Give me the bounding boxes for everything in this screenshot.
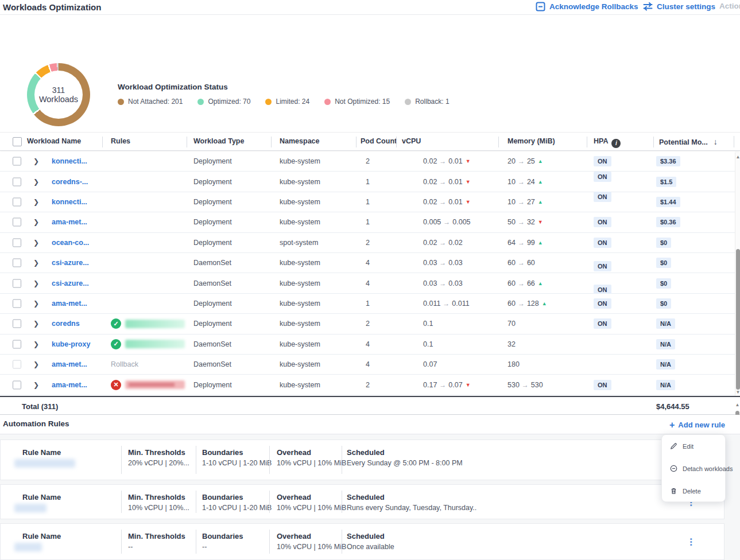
donut-center: 311 Workloads <box>34 71 83 119</box>
rule-actions-kebab-icon[interactable]: ▪▪▪ <box>688 538 694 546</box>
menu-item-delete-label: Delete <box>683 488 701 495</box>
expand-chevron-icon[interactable]: ❯ <box>33 157 39 165</box>
vcpu-value: 0.03→0.03 <box>423 279 463 287</box>
col-namespace[interactable]: Namespace <box>280 137 320 145</box>
expand-chevron-icon[interactable]: ❯ <box>33 178 39 186</box>
col-memory[interactable]: Memory (MiB) <box>507 137 555 145</box>
col-pod-count[interactable]: Pod Count <box>361 137 397 145</box>
arrow-right-icon: → <box>441 218 452 226</box>
automation-rule-card: Rule NameMin. Thresholds10% vCPU | 10%..… <box>0 484 724 519</box>
col-potential[interactable]: Potential Mo...↓ <box>659 137 718 146</box>
row-checkbox[interactable] <box>13 360 21 369</box>
workload-name-link[interactable]: ama-met... <box>52 218 87 226</box>
row-checkbox[interactable] <box>13 300 21 308</box>
row-checkbox[interactable] <box>13 320 21 328</box>
workload-name-link[interactable]: konnecti... <box>52 198 87 206</box>
rule-column-divider <box>196 491 196 513</box>
overhead-value: 10% vCPU | 10% MiB <box>277 543 346 551</box>
menu-item-edit[interactable]: Edit <box>662 435 725 457</box>
pod-count: 2 <box>366 320 370 328</box>
row-checkbox[interactable] <box>13 157 21 166</box>
row-checkbox[interactable] <box>13 198 21 207</box>
expand-chevron-icon[interactable]: ❯ <box>33 360 39 368</box>
hpa-badge: ON <box>594 173 611 181</box>
namespace: kube-system <box>280 259 320 267</box>
expand-chevron-icon[interactable]: ❯ <box>33 239 39 247</box>
actions-button[interactable]: Actions <box>719 2 740 10</box>
expand-chevron-icon[interactable]: ❯ <box>33 320 39 328</box>
row-checkbox[interactable] <box>13 177 21 186</box>
table-scrollbar[interactable]: ▲ ▼ <box>735 153 740 397</box>
optimization-summary-card: 311 Workloads Workload Optimization Stat… <box>0 20 740 124</box>
checkbox-icon <box>13 279 21 287</box>
legend-dot <box>197 99 204 105</box>
acknowledge-rollbacks-button[interactable]: Acknowledge Rollbacks <box>536 2 638 11</box>
col-workload-type[interactable]: Workload Type <box>193 137 244 145</box>
scrollbar-thumb[interactable] <box>736 249 740 390</box>
workload-name-link[interactable]: ama-met... <box>52 381 87 389</box>
acknowledge-rollbacks-icon <box>536 2 545 11</box>
expand-chevron-icon[interactable]: ❯ <box>33 340 39 348</box>
pod-count: 1 <box>366 300 370 308</box>
memory-value: 70 <box>507 320 516 328</box>
workload-name-link[interactable]: kube-proxy <box>52 340 90 348</box>
expand-chevron-icon[interactable]: ❯ <box>33 279 39 287</box>
hpa-info-icon[interactable]: i <box>611 139 621 148</box>
arrow-right-icon: → <box>520 381 531 389</box>
workload-type: DaemonSet <box>193 340 231 348</box>
col-workload-name[interactable]: Workload Name <box>27 137 81 145</box>
scroll-down-icon[interactable]: ▼ <box>735 390 740 395</box>
workload-name-link[interactable]: coredns <box>52 320 80 328</box>
row-checkbox[interactable] <box>13 218 21 227</box>
potential-value: N/A <box>656 359 675 370</box>
column-divider <box>734 136 734 147</box>
actions-label: Actions <box>719 2 740 10</box>
select-all-checkbox[interactable] <box>13 137 22 146</box>
expand-chevron-icon[interactable]: ❯ <box>33 259 39 267</box>
row-checkbox[interactable] <box>13 279 21 287</box>
scheduled-label: Scheduled <box>347 493 385 501</box>
workload-name-link[interactable]: csi-azure... <box>52 279 89 287</box>
workload-type: DaemonSet <box>193 360 231 368</box>
checkbox-icon <box>13 380 21 389</box>
expand-chevron-icon[interactable]: ❯ <box>33 300 39 308</box>
metric-from: 32 <box>507 340 516 348</box>
column-divider <box>102 137 103 147</box>
sort-desc-icon[interactable]: ↓ <box>714 137 718 146</box>
workload-name-link[interactable]: konnecti... <box>52 157 87 165</box>
metric-to: 27 <box>527 198 535 206</box>
workload-name-link[interactable]: ocean-co... <box>52 239 89 247</box>
workload-name-link[interactable]: csi-azure... <box>52 259 89 267</box>
sliders-icon <box>643 2 653 11</box>
expand-chevron-icon[interactable]: ❯ <box>33 218 39 226</box>
menu-item-edit-label: Edit <box>683 443 693 450</box>
table-total-row: Total (311) $4,644.55 <box>0 396 740 415</box>
col-vcpu[interactable]: vCPU <box>402 137 421 145</box>
metric-from: 0.02 <box>423 198 437 206</box>
vcpu-value: 0.17→0.07▼ <box>423 381 471 389</box>
scroll-up-icon[interactable]: ▲ <box>735 402 740 407</box>
cluster-settings-button[interactable]: Cluster settings <box>643 2 715 11</box>
scrollbar-thumb[interactable] <box>735 411 739 415</box>
pod-count: 4 <box>366 279 370 287</box>
workload-name-link[interactable]: ama-met... <box>52 360 87 368</box>
add-new-rule-button[interactable]: +Add new rule <box>669 420 725 430</box>
metric-from: 70 <box>507 320 516 328</box>
row-checkbox[interactable] <box>13 259 21 267</box>
col-hpa[interactable]: HPAi <box>594 137 621 148</box>
menu-item-delete[interactable]: Delete <box>662 480 725 502</box>
scroll-up-icon[interactable]: ▲ <box>735 154 740 160</box>
workload-name-link[interactable]: coredns-... <box>52 178 88 186</box>
row-checkbox[interactable] <box>13 238 21 247</box>
boundaries-label: Boundaries <box>202 532 243 540</box>
row-checkbox[interactable] <box>13 340 21 348</box>
expand-chevron-icon[interactable]: ❯ <box>33 198 39 206</box>
page-title: Workloads Optimization <box>3 2 101 12</box>
rule-column-divider <box>269 530 270 554</box>
row-checkbox[interactable] <box>13 380 21 389</box>
col-rules[interactable]: Rules <box>111 137 130 145</box>
workload-name-link[interactable]: ama-met... <box>52 300 87 308</box>
expand-chevron-icon[interactable]: ❯ <box>33 381 39 389</box>
metric-to: 24 <box>527 178 535 186</box>
menu-item-detach-workloads[interactable]: Detach workloads <box>662 457 725 480</box>
